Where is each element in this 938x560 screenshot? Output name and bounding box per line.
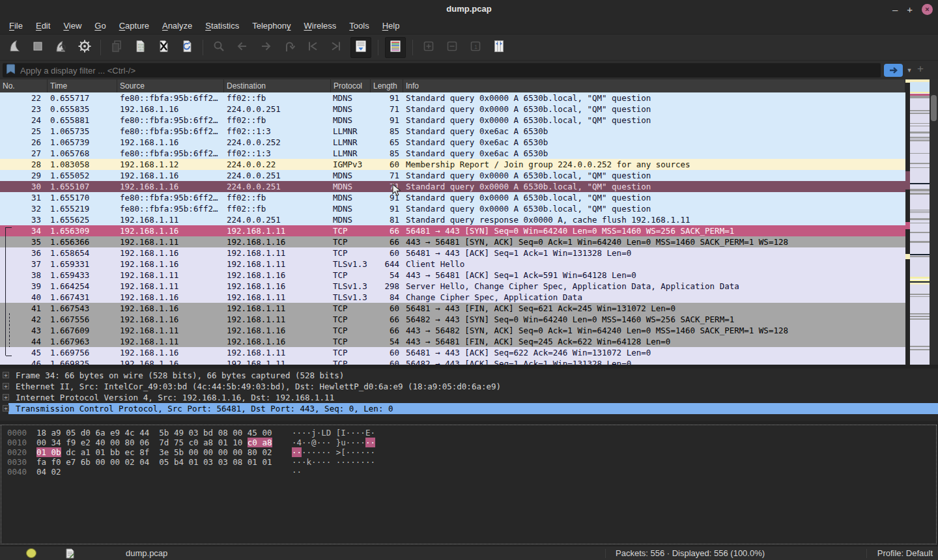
- packet-row-28[interactable]: 281.083058192.168.1.12224.0.0.22IGMPv360…: [0, 159, 905, 170]
- hex-row-0000[interactable]: 000018 a9 05 d0 6a e9 4c 44 5b 49 03 bd …: [1, 428, 936, 438]
- packet-row-44[interactable]: 441.667963192.168.1.11192.168.1.16TCP544…: [0, 336, 905, 347]
- capture-options-button[interactable]: [76, 38, 94, 57]
- auto-scroll-button[interactable]: [350, 37, 371, 58]
- status-packet-counts: Packets: 556 · Displayed: 556 (100.0%): [616, 546, 765, 560]
- packet-list: 220.655717fe80::fbfa:95b:6ff2…ff02::fbMD…: [0, 92, 905, 365]
- packet-row-41[interactable]: 411.667543192.168.1.16192.168.1.11TCP605…: [0, 303, 905, 314]
- restart-capture-button[interactable]: [52, 38, 70, 57]
- filter-bar: Apply a display filter ... <Ctrl-/> ▼ +: [0, 60, 938, 80]
- column-header-source[interactable]: Source: [117, 79, 224, 92]
- menu-analyze[interactable]: Analyze: [156, 18, 199, 34]
- packet-row-46[interactable]: 461.669825192.168.1.16192.168.1.11TCP605…: [0, 358, 905, 365]
- filter-dropdown-caret[interactable]: ▼: [905, 64, 913, 77]
- hex-row-0010[interactable]: 001000 34 f9 e2 40 00 80 06 7d 75 c0 a8 …: [1, 438, 936, 447]
- packet-row-34[interactable]: 341.656309192.168.1.16192.168.1.11TCP665…: [0, 225, 905, 236]
- packet-row-31[interactable]: 311.655170fe80::fbfa:95b:6ff2…ff02::fbMD…: [0, 192, 905, 203]
- packet-row-43[interactable]: 431.667609192.168.1.11192.168.1.16TCP664…: [0, 325, 905, 336]
- packet-row-23[interactable]: 230.655835192.168.1.16224.0.0.251MDNS71S…: [0, 104, 905, 115]
- apply-filter-button[interactable]: [884, 64, 903, 77]
- packet-row-45[interactable]: 451.669756192.168.1.16192.168.1.11TCP605…: [0, 347, 905, 358]
- menu-statistics[interactable]: Statistics: [199, 18, 246, 34]
- capture-comment-icon[interactable]: [66, 548, 74, 560]
- go-forward-button: [257, 38, 275, 57]
- hex-row-0040[interactable]: 004004 02··: [1, 467, 936, 477]
- packet-row-25[interactable]: 251.065735fe80::fbfa:95b:6ff2…ff02::1:3L…: [0, 126, 905, 137]
- expander-icon[interactable]: +: [3, 372, 9, 378]
- start-capture-button[interactable]: [5, 38, 23, 57]
- packet-list-scrollbar[interactable]: [930, 79, 938, 365]
- menu-view[interactable]: View: [57, 18, 88, 34]
- go-first-button: [304, 38, 322, 57]
- menu-tools[interactable]: Tools: [343, 18, 375, 34]
- packet-row-24[interactable]: 240.655881fe80::fbfa:95b:6ff2…ff02::fbMD…: [0, 115, 905, 126]
- column-header-destination[interactable]: Destination: [224, 79, 331, 92]
- save-file-button[interactable]: 010101101011: [131, 38, 149, 57]
- goto-icon: [282, 39, 296, 56]
- filter-bookmark-icon[interactable]: [7, 64, 15, 77]
- find-packet-button: [210, 38, 228, 57]
- packet-list-minimap[interactable]: [910, 79, 930, 365]
- packet-row-32[interactable]: 321.655219fe80::fbfa:95b:6ff2…ff02::fbMD…: [0, 203, 905, 214]
- maximize-button[interactable]: +: [907, 5, 913, 14]
- menu-go[interactable]: Go: [88, 18, 112, 34]
- detail-row-1[interactable]: +Ethernet II, Src: IntelCor_49:03:bd (4c…: [0, 381, 938, 392]
- hex-row-0030[interactable]: 0030fa f0 e7 6b 00 00 02 04 05 b4 01 03 …: [1, 457, 936, 467]
- packet-row-36[interactable]: 361.658654192.168.1.16192.168.1.11TCP605…: [0, 247, 905, 259]
- zoom-in-button: [419, 38, 438, 57]
- packet-row-30[interactable]: 301.655107192.168.1.16224.0.0.251MDNS71S…: [0, 181, 905, 192]
- copy-icon: [109, 39, 124, 56]
- find-icon: [212, 39, 226, 56]
- packet-row-29[interactable]: 291.655052192.168.1.16224.0.0.251MDNS71S…: [0, 170, 905, 181]
- add-filter-button[interactable]: +: [917, 63, 924, 76]
- packet-bytes-pane: 000018 a9 05 d0 6a e9 4c 44 5b 49 03 bd …: [1, 425, 937, 544]
- packet-details-pane: +Frame 34: 66 bytes on wire (528 bits), …: [0, 369, 938, 421]
- detail-row-3-selected[interactable]: +Transmission Control Protocol, Src Port…: [0, 403, 938, 414]
- menu-capture[interactable]: Capture: [113, 18, 156, 34]
- packet-row-40[interactable]: 401.667431192.168.1.16192.168.1.11TLSv1.…: [0, 292, 905, 303]
- column-header-protocol[interactable]: Protocol: [331, 79, 371, 92]
- column-header-length[interactable]: Length: [371, 79, 403, 92]
- minimize-button[interactable]: –: [892, 5, 898, 14]
- expert-info-icon[interactable]: [26, 548, 36, 558]
- packet-row-26[interactable]: 261.065739192.168.1.16224.0.0.252LLMNR65…: [0, 137, 905, 148]
- menu-file[interactable]: File: [3, 18, 29, 34]
- packet-row-22[interactable]: 220.655717fe80::fbfa:95b:6ff2…ff02::fbMD…: [0, 92, 905, 104]
- packet-row-37[interactable]: 371.659331192.168.1.16192.168.1.11TLSv1.…: [0, 259, 905, 270]
- detail-row-0[interactable]: +Frame 34: 66 bytes on wire (528 bits), …: [0, 370, 938, 381]
- stop-icon: [31, 39, 45, 56]
- packet-row-27[interactable]: 271.065768fe80::fbfa:95b:6ff2…ff02::1:3L…: [0, 148, 905, 159]
- menu-wireless[interactable]: Wireless: [298, 18, 343, 34]
- expander-icon[interactable]: +: [3, 405, 9, 412]
- zoomone-icon: 1: [468, 39, 483, 56]
- menu-help[interactable]: Help: [376, 18, 406, 34]
- close-file-button[interactable]: [154, 38, 173, 57]
- packet-row-39[interactable]: 391.664254192.168.1.11192.168.1.16TLSv1.…: [0, 281, 905, 292]
- display-filter-input[interactable]: Apply a display filter ... <Ctrl-/>: [3, 63, 881, 77]
- menu-edit[interactable]: Edit: [29, 18, 57, 34]
- column-header-no[interactable]: No.: [0, 79, 48, 92]
- stop-capture-button[interactable]: [29, 38, 47, 57]
- colorize-packets-button[interactable]: [385, 37, 406, 58]
- hex-row-0020[interactable]: 002001 0b dc a1 01 bb ec 8f 3e 5b 00 00 …: [1, 447, 936, 457]
- open-file-button: [107, 38, 126, 57]
- packet-row-33[interactable]: 331.655625192.168.1.11224.0.0.251MDNS81S…: [0, 214, 905, 225]
- packet-row-42[interactable]: 421.667556192.168.1.16192.168.1.11TCP665…: [0, 314, 905, 325]
- go-back-button: [233, 38, 251, 57]
- toolbar-separator: [203, 40, 203, 55]
- detail-row-2[interactable]: +Internet Protocol Version 4, Src: 192.1…: [0, 392, 938, 403]
- resize-columns-button[interactable]: [490, 38, 508, 57]
- scrollbar-thumb[interactable]: [931, 95, 937, 121]
- gear-icon: [78, 39, 92, 56]
- close-button[interactable]: ×: [922, 4, 933, 15]
- packet-row-35[interactable]: 351.656366192.168.1.11192.168.1.16TCP664…: [0, 236, 905, 247]
- reload-file-button[interactable]: [178, 38, 196, 57]
- menu-telephony[interactable]: Telephony: [246, 18, 297, 34]
- packet-row-38[interactable]: 381.659433192.168.1.11192.168.1.16TCP544…: [0, 270, 905, 281]
- expander-icon[interactable]: +: [3, 394, 9, 400]
- column-header-info[interactable]: Info: [403, 79, 905, 92]
- status-profile[interactable]: Profile: Default: [877, 546, 933, 560]
- expander-icon[interactable]: +: [3, 383, 9, 389]
- closedoc-icon: [156, 39, 171, 56]
- column-header-time[interactable]: Time: [48, 79, 117, 92]
- last-icon: [329, 39, 343, 56]
